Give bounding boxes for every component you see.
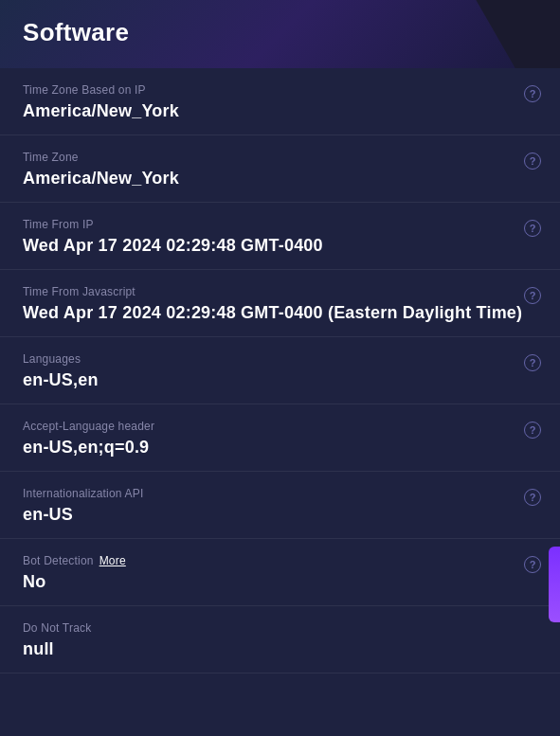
value-accept-language: en-US,en;q=0.9 xyxy=(23,438,537,458)
help-icon-bot-detection[interactable]: ? xyxy=(524,556,541,573)
more-link-bot-detection[interactable]: More xyxy=(99,554,126,567)
label-languages: Languages xyxy=(23,352,537,366)
label-i18n-api: Internationalization API xyxy=(23,487,537,500)
label-bot-detection: Bot DetectionMore xyxy=(23,554,537,567)
help-icon-accept-language[interactable]: ? xyxy=(524,422,541,439)
row-languages: ?Languagesen-US,en xyxy=(0,337,560,404)
value-timezone-ip: America/New_York xyxy=(23,101,537,121)
row-bot-detection: ?Bot DetectionMoreNo xyxy=(0,539,560,606)
label-time-from-ip: Time From IP xyxy=(23,218,537,231)
value-i18n-api: en-US xyxy=(23,505,537,525)
help-icon-time-from-ip[interactable]: ? xyxy=(524,220,541,237)
help-icon-languages[interactable]: ? xyxy=(524,354,541,371)
label-accept-language: Accept-Language header xyxy=(23,420,537,433)
row-do-not-track: Do Not Tracknull xyxy=(0,606,560,673)
row-i18n-api: ?Internationalization APIen-US xyxy=(0,472,560,539)
row-time-from-ip: ?Time From IPWed Apr 17 2024 02:29:48 GM… xyxy=(0,203,560,270)
label-do-not-track: Do Not Track xyxy=(23,621,537,635)
label-time-from-js: Time From Javascript xyxy=(23,285,537,298)
label-text-bot-detection: Bot Detection xyxy=(23,554,94,567)
value-time-from-js: Wed Apr 17 2024 02:29:48 GMT-0400 (Easte… xyxy=(23,303,537,323)
help-icon-timezone[interactable]: ? xyxy=(524,153,541,170)
value-timezone: America/New_York xyxy=(23,169,537,188)
value-do-not-track: null xyxy=(23,639,537,659)
value-languages: en-US,en xyxy=(23,370,537,390)
right-decoration xyxy=(549,547,560,622)
row-time-from-js: ?Time From JavascriptWed Apr 17 2024 02:… xyxy=(0,270,560,337)
page-wrapper: Software ?Time Zone Based on IPAmerica/N… xyxy=(0,0,560,736)
label-timezone-ip: Time Zone Based on IP xyxy=(23,83,537,97)
row-accept-language: ?Accept-Language headeren-US,en;q=0.9 xyxy=(0,404,560,472)
row-timezone-ip: ?Time Zone Based on IPAmerica/New_York xyxy=(0,68,560,135)
value-time-from-ip: Wed Apr 17 2024 02:29:48 GMT-0400 xyxy=(23,236,537,256)
help-icon-time-from-js[interactable]: ? xyxy=(524,287,541,304)
help-icon-i18n-api[interactable]: ? xyxy=(524,489,541,506)
content-area: ?Time Zone Based on IPAmerica/New_York?T… xyxy=(0,68,560,736)
row-timezone: ?Time ZoneAmerica/New_York xyxy=(0,135,560,203)
label-wrapper-bot-detection: Bot DetectionMore xyxy=(23,554,126,567)
label-timezone: Time Zone xyxy=(23,151,537,164)
help-icon-timezone-ip[interactable]: ? xyxy=(524,85,541,102)
page-title: Software xyxy=(23,18,129,47)
page-header: Software xyxy=(0,0,560,68)
value-bot-detection: No xyxy=(23,572,537,592)
